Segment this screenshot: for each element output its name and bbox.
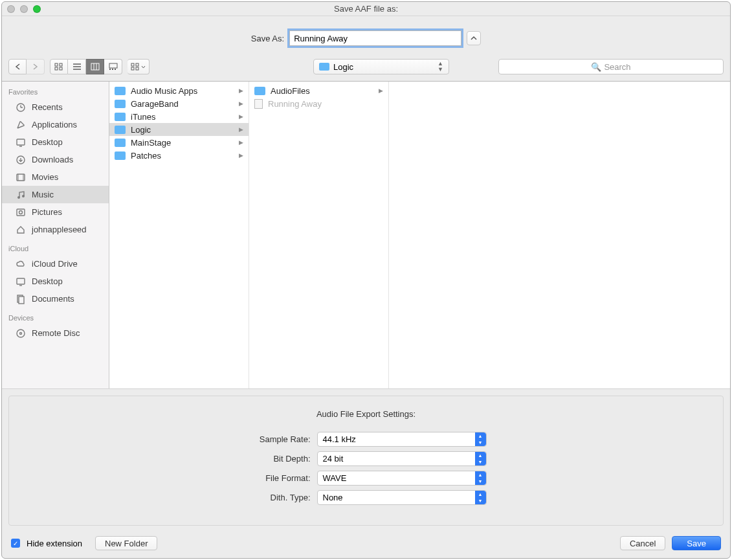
sidebar-item-applications[interactable]: Applications (2, 116, 109, 133)
browser-column: Audio Music Apps▶GarageBand▶iTunes▶Logic… (109, 82, 249, 388)
sidebar-item-label: Downloads (32, 155, 73, 164)
settings-label: Bit Depth: (246, 454, 311, 464)
desktop-icon (15, 137, 27, 148)
pictures-icon (15, 207, 27, 218)
view-columns-button[interactable] (86, 59, 104, 74)
sidebar-item-remote-disc[interactable]: Remote Disc (2, 324, 109, 342)
chevron-right-icon: ▶ (239, 87, 243, 94)
sidebar-item-pictures[interactable]: Pictures (2, 203, 109, 221)
sidebar-item-label: Desktop (32, 137, 63, 147)
stepper-icon: ▲▼ (475, 432, 486, 446)
settings-label: Dith. Type: (246, 493, 311, 502)
settings-value: 24 bit (323, 454, 344, 464)
sidebar-item-movies[interactable]: Movies (2, 168, 109, 186)
sidebar-item-label: iCloud Drive (32, 259, 78, 269)
chevron-right-icon: ▶ (239, 126, 243, 133)
svg-rect-7 (91, 63, 99, 70)
hide-extension-checkbox[interactable]: ✓ (11, 539, 20, 548)
folder-icon (115, 126, 126, 134)
settings-select-sample-rate[interactable]: 44.1 kHz▲▼ (317, 432, 487, 447)
column-item-label: iTunes (131, 112, 156, 122)
sidebar-item-music[interactable]: Music (2, 186, 109, 203)
settings-label: File Format: (246, 473, 311, 483)
save-as-row: Save As: (2, 16, 730, 55)
save-as-input[interactable] (289, 30, 461, 46)
column-item[interactable]: Logic▶ (109, 123, 249, 136)
group-by-button[interactable] (128, 59, 150, 74)
new-folder-button[interactable]: New Folder (95, 536, 157, 550)
svg-point-36 (17, 330, 25, 337)
list-icon (72, 63, 82, 71)
svg-point-29 (22, 195, 25, 197)
sidebar-item-desktop[interactable]: Desktop (2, 133, 109, 151)
sidebar-item-johnappleseed[interactable]: johnappleseed (2, 221, 109, 238)
svg-rect-16 (131, 67, 134, 70)
home-icon (15, 225, 27, 235)
footer: ✓ Hide extension New Folder Cancel Save (2, 532, 730, 557)
settings-select-file-format[interactable]: WAVE▲▼ (317, 471, 487, 486)
chevron-right-icon: ▶ (379, 87, 383, 94)
chevron-right-icon: ▶ (239, 113, 243, 120)
clock-icon (15, 102, 27, 113)
disc-icon (15, 328, 27, 339)
column-item[interactable]: iTunes▶ (109, 110, 249, 123)
svg-rect-10 (109, 63, 117, 68)
search-placeholder: Search (604, 62, 630, 72)
desktop-icon (15, 276, 27, 287)
settings-value: None (323, 493, 343, 502)
svg-rect-3 (60, 67, 62, 70)
nav-back-button[interactable] (8, 59, 27, 74)
view-gallery-button[interactable] (104, 59, 122, 74)
column-view: Audio Music Apps▶GarageBand▶iTunes▶Logic… (109, 82, 730, 388)
sidebar-item-downloads[interactable]: Downloads (2, 151, 109, 168)
columns-icon (91, 63, 100, 71)
settings-select-dith-type[interactable]: None▲▼ (317, 490, 487, 505)
toolbar: Logic ▲▼ 🔍 Search (2, 55, 730, 81)
sidebar-item-label: Documents (32, 294, 74, 304)
sidebar-item-label: Applications (32, 120, 77, 129)
settings-row: Dith. Type:None▲▼ (9, 490, 723, 505)
column-item[interactable]: MainStage▶ (109, 136, 249, 149)
svg-point-31 (19, 210, 23, 214)
gallery-icon (109, 63, 118, 71)
sidebar-item-documents[interactable]: Documents (2, 290, 109, 308)
column-item[interactable]: Patches▶ (109, 149, 249, 162)
movies-icon (15, 172, 27, 183)
save-as-label: Save As: (251, 34, 284, 43)
sidebar-section-header: iCloud (2, 238, 109, 255)
chevron-right-icon: ▶ (239, 139, 243, 146)
sidebar-item-desktop[interactable]: Desktop (2, 273, 109, 290)
expand-button[interactable] (467, 31, 481, 45)
sidebar-item-recents[interactable]: Recents (2, 98, 109, 116)
cancel-button[interactable]: Cancel (620, 536, 665, 550)
view-icons-button[interactable] (50, 59, 68, 74)
save-button[interactable]: Save (672, 536, 721, 550)
search-field[interactable]: 🔍 Search (498, 59, 724, 74)
sidebar-item-label: Desktop (32, 276, 63, 286)
column-item[interactable]: GarageBand▶ (109, 97, 249, 110)
sidebar-item-label: Pictures (32, 207, 62, 217)
column-item[interactable]: Audio Music Apps▶ (109, 84, 249, 97)
svg-rect-13 (115, 69, 116, 70)
folder-icon (115, 113, 126, 121)
chevron-right-icon (32, 63, 38, 70)
path-popup[interactable]: Logic ▲▼ (313, 59, 449, 74)
svg-rect-30 (17, 209, 25, 216)
sidebar-section-header: Favorites (2, 82, 109, 98)
column-item-label: Audio Music Apps (131, 86, 197, 96)
svg-rect-35 (19, 297, 24, 304)
folder-icon (115, 139, 126, 147)
svg-point-28 (17, 196, 20, 199)
settings-select-bit-depth[interactable]: 24 bit▲▼ (317, 451, 487, 466)
view-list-button[interactable] (68, 59, 86, 74)
settings-row: Bit Depth:24 bit▲▼ (9, 451, 723, 466)
nav-forward-button[interactable] (27, 59, 45, 74)
svg-rect-2 (55, 67, 58, 70)
cloud-icon (15, 259, 27, 269)
sidebar-item-label: johnappleseed (32, 225, 87, 234)
settings-value: 44.1 kHz (323, 434, 356, 444)
chevron-left-icon (15, 63, 21, 70)
hide-extension-label: Hide extension (27, 539, 82, 548)
column-item[interactable]: AudioFiles▶ (249, 84, 388, 97)
sidebar-item-icloud-drive[interactable]: iCloud Drive (2, 255, 109, 273)
